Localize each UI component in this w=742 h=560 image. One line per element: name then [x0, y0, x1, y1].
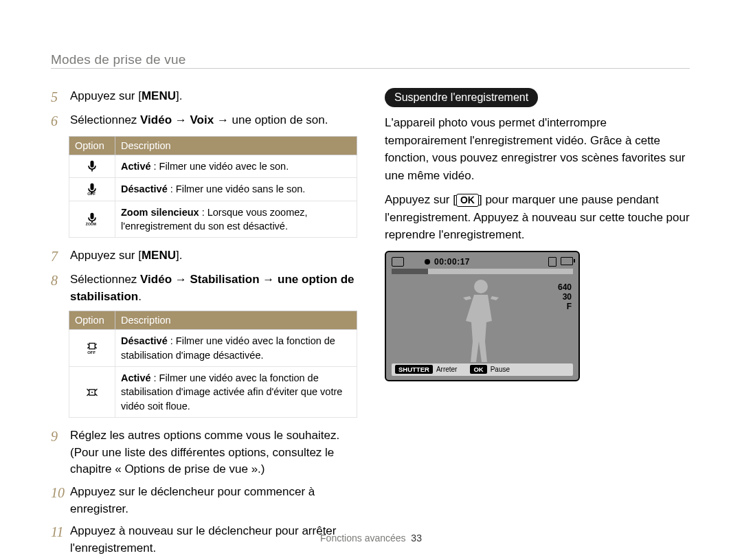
step-body: Appuyez sur [MENU]. [70, 247, 182, 266]
option-icon-cell [69, 367, 115, 418]
microphone-zoom-icon: ZOOM [75, 212, 109, 226]
svg-text:ZOOM: ZOOM [86, 222, 96, 226]
text: Appuyez sur [ [70, 249, 142, 262]
right-column: Suspendre l'enregistrement L'appareil ph… [385, 88, 690, 381]
step-body: Appuyez sur [MENU]. [70, 88, 182, 107]
table-header-row: Option Description [69, 311, 357, 330]
text: : Filmer une vidéo avec le son. [151, 161, 289, 172]
step-number: 5 [51, 88, 70, 107]
bold: Désactivé [121, 183, 168, 194]
svg-rect-2 [89, 343, 95, 348]
stabilisation-on-icon [75, 385, 109, 399]
camera-screen-illustration: 00:00:17 640 30 F SHUTTER Arreter OK Pau… [385, 251, 580, 381]
step-body: Réglez les autres options comme vous le … [70, 427, 360, 478]
step-10: 10 Appuyez sur le déclencheur pour comme… [51, 484, 360, 517]
bold: Vidéo [140, 273, 172, 286]
text: Appuyez sur [ [385, 193, 456, 206]
options-table-stabilisation: Option Description OFF Désactivé : Filme… [69, 311, 357, 417]
paragraph: Appuyez sur [OK] pour marquer une pause … [385, 191, 690, 244]
step-7: 7 Appuyez sur [MENU]. [51, 247, 360, 266]
text: ]. [176, 249, 182, 262]
header-rule [51, 68, 690, 69]
th-description: Description [115, 137, 357, 155]
text: : Filmer une vidéo avec la fonction de s… [121, 372, 342, 412]
svg-text:OFF: OFF [87, 192, 95, 197]
footer-chapter: Fonctions avancées [320, 533, 406, 544]
step-number: 9 [51, 427, 70, 478]
option-desc: Activé : Filmer une vidéo avec la foncti… [115, 367, 357, 418]
text: Sélectionnez [70, 273, 140, 286]
svg-point-6 [474, 280, 488, 293]
arrow: → [172, 273, 190, 286]
step-5: 5 Appuyez sur [MENU]. [51, 88, 360, 107]
table-row: Activé : Filmer une vidéo avec la foncti… [69, 367, 357, 418]
callout-heading: Suspendre l'enregistrement [385, 88, 538, 107]
step-6: 6 Sélectionnez Vidéo → Voix → une option… [51, 112, 360, 131]
shutter-label: SHUTTER [395, 365, 433, 374]
ok-action: Pause [491, 366, 510, 373]
step-number: 6 [51, 112, 70, 131]
option-desc: Désactivé : Filmer une vidéo sans le son… [115, 178, 357, 201]
step-number: 8 [51, 271, 70, 305]
bold: Stabilisation [190, 273, 260, 286]
left-column: 5 Appuyez sur [MENU]. 6 Sélectionnez Vid… [51, 88, 360, 560]
paragraph: L'appareil photo vous permet d'interromp… [385, 114, 690, 184]
step-9: 9 Réglez les autres options comme vous l… [51, 427, 360, 478]
text: → une option de son. [214, 113, 328, 126]
stabilisation-off-icon: OFF [75, 341, 109, 355]
progress-fill [392, 269, 428, 274]
text: : Filmer une vidéo sans le son. [168, 183, 306, 194]
shutter-action: Arreter [436, 366, 458, 373]
section-header: Modes de prise de vue [51, 52, 186, 67]
th-description: Description [115, 311, 357, 330]
text: . [138, 290, 142, 303]
microphone-icon [75, 159, 109, 173]
page-footer: Fonctions avancées 33 [0, 533, 742, 544]
text: ]. [176, 89, 182, 102]
arrow: → [260, 273, 278, 286]
table-row: OFF Désactivé : Filmer une vidéo sans le… [69, 178, 357, 201]
bold: Voix [190, 113, 214, 126]
options-table-sound: Option Description Activé : Filmer une v… [69, 136, 357, 238]
option-icon-cell: OFF [69, 178, 115, 201]
record-dot-icon [425, 259, 430, 265]
screen-bottom-bar: SHUTTER Arreter OK Pause [392, 363, 573, 376]
fps-indicator: 30 [563, 292, 572, 302]
text: Sélectionnez [70, 113, 140, 126]
step-8: 8 Sélectionnez Vidéo → Stabilisation → u… [51, 271, 360, 305]
microphone-off-icon: OFF [75, 182, 109, 196]
table-header-row: Option Description [69, 137, 357, 155]
ok-button-icon: OK [456, 194, 479, 207]
text: Appuyez sur [ [70, 89, 142, 102]
focus-indicator: F [567, 302, 572, 311]
table-row: Activé : Filmer une vidéo avec le son. [69, 155, 357, 178]
svg-text:OFF: OFF [87, 350, 95, 355]
bold: Zoom silencieux [121, 207, 199, 218]
step-body: Sélectionnez Vidéo → Stabilisation → une… [70, 271, 360, 305]
menu-label: MENU [142, 249, 176, 262]
ok-label: OK [470, 365, 486, 374]
video-mode-icon [392, 257, 404, 267]
svg-rect-5 [91, 392, 93, 393]
recording-time: 00:00:17 [434, 257, 470, 267]
th-option: Option [69, 311, 115, 330]
th-option: Option [69, 137, 115, 155]
subject-silhouette-icon [460, 277, 502, 365]
option-icon-cell: OFF [69, 330, 115, 367]
menu-label: MENU [142, 89, 176, 102]
bold: Activé [121, 161, 151, 172]
option-desc: Désactivé : Filmer une vidéo avec la fon… [115, 330, 357, 367]
step-number: 10 [51, 484, 70, 517]
sdcard-icon [548, 257, 556, 267]
bold: Vidéo [140, 113, 172, 126]
battery-icon [561, 257, 573, 265]
step-body: Sélectionnez Vidéo → Voix → une option d… [70, 112, 328, 131]
resolution-indicator: 640 [558, 282, 572, 292]
bold: Activé [121, 372, 151, 383]
bold: Désactivé [121, 335, 168, 346]
table-row: ZOOM Zoom silencieux : Lorsque vous zoom… [69, 201, 357, 238]
progress-bar [392, 269, 573, 274]
page-number: 33 [411, 533, 422, 544]
step-body: Appuyez sur le déclencheur pour commence… [70, 484, 360, 517]
step-number: 7 [51, 247, 70, 266]
